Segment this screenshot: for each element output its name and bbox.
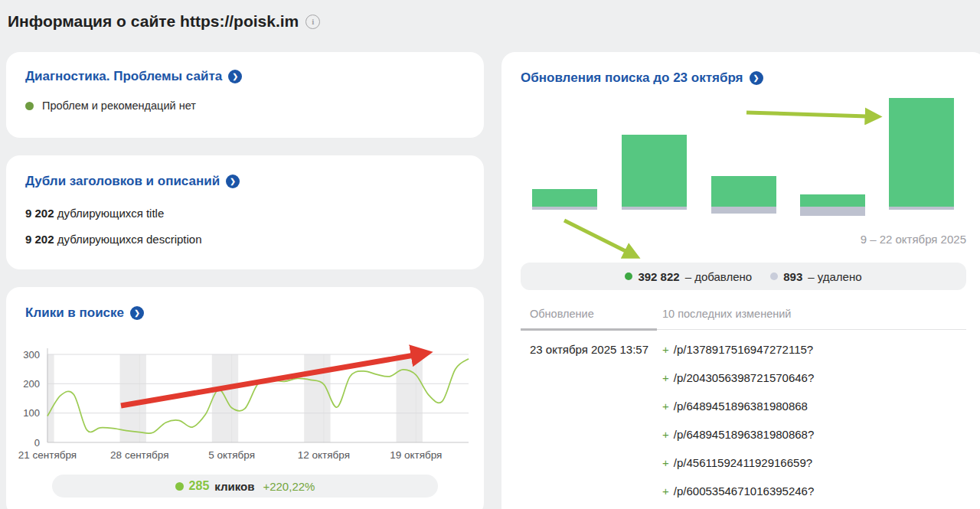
chevron-right-icon: ❯ <box>130 306 144 320</box>
added-dot <box>625 272 632 280</box>
duplicates-card: Дубли заголовков и описаний ❯ 9 202 дубл… <box>6 155 484 269</box>
plus-icon: + <box>662 428 669 441</box>
column-header-update: Обновление <box>530 308 594 320</box>
change-row[interactable]: +/p/2043056398721570646? <box>662 371 814 384</box>
clicks-title-link[interactable]: Клики в поиске ❯ <box>25 305 144 321</box>
clicks-card: Клики в поиске ❯ 010020030021 сентября28… <box>6 287 484 509</box>
update-date: 23 октября 2025 13:57 <box>530 343 648 356</box>
chevron-right-icon: ❯ <box>226 175 240 188</box>
x-tick-label: 28 сентября <box>110 449 168 461</box>
y-tick-label: 100 <box>23 407 40 419</box>
column-header-changes: 10 последних изменений <box>662 308 791 320</box>
added-label: – добавлено <box>685 270 753 283</box>
search-updates-card: Обновления поиска до 23 октября ❯ 9 – 22… <box>501 52 980 509</box>
duplicates-title-link[interactable]: Дубли заголовков и описаний ❯ <box>25 174 240 189</box>
removed-label: – удалено <box>808 270 861 283</box>
plus-icon: + <box>662 371 669 384</box>
duplicate-description-count-row: 9 202 дублирующихся description <box>25 233 202 246</box>
chevron-right-icon: ❯ <box>228 70 242 83</box>
change-path[interactable]: /p/1378917516947272115? <box>674 343 813 356</box>
diagnostics-status: Проблем и рекомендаций нет <box>25 100 196 112</box>
status-ok-dot <box>25 102 34 110</box>
bar-removed <box>532 207 597 210</box>
weekend-band <box>47 354 54 442</box>
bar-removed <box>711 207 776 214</box>
weekend-band <box>120 354 146 442</box>
plus-icon: + <box>662 485 669 498</box>
bar-removed <box>889 207 954 210</box>
duplicate-title-count-row: 9 202 дублирующихся title <box>25 207 164 220</box>
page-title-text: Информация о сайте https://poisk.im <box>8 12 299 31</box>
diagnostics-title: Диагностика. Проблемы сайта <box>25 69 222 84</box>
bar-removed <box>800 207 865 216</box>
removed-value: 893 <box>783 270 802 283</box>
updates-period-label: 9 – 22 октября 2025 <box>731 233 966 246</box>
change-path[interactable]: /p/6489451896381980868 <box>674 400 808 413</box>
page-title: Информация о сайте https://poisk.im i <box>8 12 320 31</box>
x-tick-label: 19 октября <box>390 449 442 461</box>
bar-added <box>622 135 687 207</box>
status-text: Проблем и рекомендаций нет <box>42 100 196 112</box>
duplicate-title-count: 9 202 <box>25 207 54 220</box>
bar-removed <box>622 207 687 210</box>
clicks-label: кликов <box>214 480 254 493</box>
duplicate-title-label: дублирующихся title <box>54 207 165 220</box>
duplicates-title: Дубли заголовков и описаний <box>25 174 220 189</box>
y-tick-label: 0 <box>34 437 40 449</box>
plus-icon: + <box>662 343 669 356</box>
bar-added <box>800 194 865 207</box>
change-path[interactable]: /p/2043056398721570646? <box>674 371 815 384</box>
weekend-band <box>397 354 423 442</box>
change-path[interactable]: /p/4561159241192916659? <box>674 456 812 469</box>
trend-arrow-icon <box>121 355 414 406</box>
change-path[interactable]: /p/6005354671016395246? <box>674 485 815 498</box>
change-row[interactable]: +/p/6005354671016395246? <box>662 485 814 498</box>
y-tick-label: 300 <box>23 349 40 361</box>
bar-added <box>532 189 597 207</box>
change-row[interactable]: +/p/1378917516947272115? <box>662 343 813 356</box>
updates-legend-pill: 392 822 – добавлено 893 – удалено <box>521 263 966 290</box>
duplicate-description-label: дублирующихся description <box>54 233 202 246</box>
info-icon[interactable]: i <box>305 15 320 29</box>
diagnostics-title-link[interactable]: Диагностика. Проблемы сайта ❯ <box>25 69 242 84</box>
added-value: 392 822 <box>638 270 679 283</box>
clicks-title: Клики в поиске <box>25 305 124 321</box>
x-tick-label: 21 сентября <box>18 449 77 461</box>
clicks-chart: 010020030021 сентября28 сентября5 октябр… <box>6 344 484 478</box>
change-row[interactable]: +/p/6489451896381980868? <box>662 428 814 441</box>
plus-icon: + <box>662 400 669 413</box>
table-rule-dark-segment <box>521 328 657 331</box>
x-tick-label: 12 октября <box>298 449 350 461</box>
diagnostics-card: Диагностика. Проблемы сайта ❯ Проблем и … <box>6 52 484 138</box>
removed-dot <box>770 272 778 280</box>
clicks-delta: +220,22% <box>263 480 315 493</box>
x-tick-label: 5 октября <box>208 449 255 461</box>
clicks-summary-pill: 285 кликов +220,22% <box>52 475 438 498</box>
bar-added <box>711 176 776 207</box>
change-row[interactable]: +/p/4561159241192916659? <box>662 456 812 469</box>
change-path[interactable]: /p/6489451896381980868? <box>674 428 815 441</box>
duplicate-description-count: 9 202 <box>25 233 54 246</box>
clicks-value: 285 <box>189 479 210 493</box>
change-row[interactable]: +/p/6489451896381980868 <box>662 400 808 413</box>
y-tick-label: 200 <box>23 378 40 390</box>
plus-icon: + <box>662 456 669 469</box>
bar-added <box>889 98 954 207</box>
clicks-green-dot <box>175 482 184 491</box>
